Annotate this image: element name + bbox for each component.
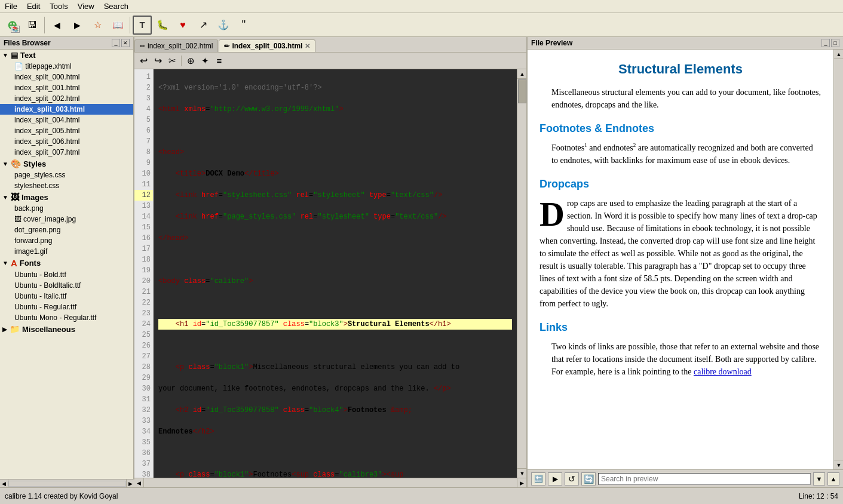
cut-btn[interactable]: ✂ [165,54,179,67]
file-cover-jpg[interactable]: 🖼 cover_image.jpg [0,214,133,225]
preview-minimize-btn[interactable]: _ [821,39,830,47]
hscroll-right-btn[interactable]: ▶ [126,480,134,488]
sidebar-hscroll[interactable]: ◀ ▶ [0,479,134,487]
preview-vscroll-up[interactable]: ▲ [834,50,843,59]
file-back-png[interactable]: back.png [0,203,133,214]
anchor-btn[interactable]: ⚓ [214,16,233,35]
editor-vscroll[interactable]: ▲ ▼ [517,69,526,478]
code-line-1: <?xml version='1.0' encoding='utf-8'?> [158,82,512,93]
file-split002[interactable]: index_split_002.html [0,93,133,104]
text-edit-btn[interactable]: T [133,16,152,35]
dropcap-letter: D [539,201,565,228]
arrow-icon: ↗ [200,19,207,30]
section-header-misc[interactable]: ▶ 📁 Miscellaneous [0,323,133,335]
file-split007[interactable]: index_split_007.html [0,147,133,158]
menubar: File Edit Tools View Search [0,0,843,13]
arrow-btn[interactable]: ↗ [194,16,213,35]
menu-edit[interactable]: Edit [27,2,40,11]
preview-vscroll-track[interactable] [834,59,843,460]
tab-icon-split003: ✏ [224,42,229,50]
file-stylesheet-css[interactable]: stylesheet.css [0,180,133,191]
font-ubuntu-bolditalic[interactable]: Ubuntu - BoldItalic.ttf [0,280,133,291]
code-scroll[interactable]: 1 2 3 4 5 6 7 8 9 10 11 12 13 14 15 16 1 [134,69,517,478]
save-btn[interactable]: 🖫 [23,16,42,35]
section-header-images[interactable]: ▼ 🖼 Images [0,191,133,203]
search-down-btn[interactable]: ▼ [813,472,825,485]
file-page-styles-css[interactable]: page_styles.css [0,170,133,180]
preview-back-btn[interactable]: 🔙 [531,472,545,485]
file-split006[interactable]: index_split_006.html [0,136,133,147]
forward-btn[interactable]: ▶ [68,16,87,35]
font-ubuntu-regular[interactable]: Ubuntu - Regular.ttf [0,302,133,312]
file-image1-gif[interactable]: image1.gif [0,246,133,257]
ln-20: 20 [134,276,153,287]
sidebar-minimize-btn[interactable]: _ [112,39,120,47]
hscroll-left-editor-btn[interactable]: ◀ [134,478,144,488]
view-book-btn[interactable]: 📖 [108,16,127,35]
vscroll-track[interactable] [517,79,526,468]
sidebar-scroll[interactable]: ▼ ▤ Text 📄 titlepage.xhtml index_split_0… [0,50,133,487]
menu-file[interactable]: File [5,2,17,11]
search-up-btn[interactable]: ▲ [827,472,839,485]
heart-btn[interactable]: ♥ [173,16,192,35]
bug-icon: 🐛 [157,19,168,30]
heart-icon: ♥ [180,20,186,30]
editor-hscroll[interactable]: ◀ ▶ [134,478,526,487]
menu-view[interactable]: View [78,2,94,11]
redo-btn[interactable]: ↪ [151,54,164,67]
preview-forward-btn[interactable]: ▶ [548,472,562,485]
preview-vscroll[interactable]: ▲ ▼ [833,50,843,469]
hscroll-track[interactable] [8,481,126,487]
undo-btn[interactable]: ↩ [137,54,150,67]
debug-btn[interactable]: 🐛 [153,16,172,35]
ln-9: 9 [134,158,153,168]
preview-expand-btn[interactable]: □ [831,39,839,47]
menu-tools[interactable]: Tools [50,2,68,11]
font-ubuntu-italic[interactable]: Ubuntu - Italic.ttf [0,291,133,302]
file-split005[interactable]: index_split_005.html [0,125,133,136]
ln-1: 1 [134,72,153,82]
file-split004[interactable]: index_split_004.html [0,115,133,125]
file-split000[interactable]: index_split_000.html [0,72,133,82]
preview-toolbar: 🔙 ▶ ↺ 🔄 ▼ ▲ [528,469,843,487]
smarten-punctuation-btn[interactable]: ✦ [198,54,211,67]
preview-dropcaps-heading: Dropcaps [539,176,821,192]
file-titlepage[interactable]: 📄 titlepage.xhtml [0,61,133,72]
tab-split003[interactable]: ✏ index_split_003.html ✕ [219,39,315,52]
hscroll-editor-track[interactable] [144,480,517,486]
show-structure-btn[interactable]: ≡ [213,54,226,67]
toolbar: ⊕ 📚 🖫 ◀ ▶ ☆ 📖 T 🐛 ♥ ↗ ⚓ " [0,13,843,37]
calibre-link[interactable]: calibre download [694,367,752,376]
code-content[interactable]: <?xml version='1.0' encoding='utf-8'?> <… [154,69,517,478]
vscroll-thumb[interactable] [518,79,526,103]
file-split003[interactable]: index_split_003.html [0,104,133,115]
preview-refresh-btn[interactable]: ↺ [565,472,579,485]
sidebar-close-btn[interactable]: ✕ [121,39,130,47]
preview-search-input[interactable] [598,473,811,485]
font-ubuntu-bold[interactable]: Ubuntu - Bold.ttf [0,269,133,280]
hscroll-left-btn[interactable]: ◀ [0,480,8,488]
file-dot-green[interactable]: dot_green.png [0,225,133,235]
section-header-fonts[interactable]: ▼ A Fonts [0,257,133,269]
quote-btn[interactable]: " [234,16,253,35]
tab-split002[interactable]: ✏ index_split_002.html [134,39,218,52]
new-library-btn[interactable]: ⊕ 📚 [2,16,22,35]
preview-vscroll-down[interactable]: ▼ [834,460,843,469]
menu-search[interactable]: Search [104,2,128,11]
file-forward-png[interactable]: forward.png [0,235,133,246]
preview-reload-btn[interactable]: 🔄 [581,472,596,485]
hscroll-right-editor-btn[interactable]: ▶ [517,478,526,488]
font-ubuntu-mono[interactable]: Ubuntu Mono - Regular.ttf [0,312,133,323]
vscroll-up-btn[interactable]: ▲ [517,69,526,79]
section-header-text[interactable]: ▼ ▤ Text [0,50,133,61]
text-section-icon: ▤ [11,51,18,60]
tab-close-btn[interactable]: ✕ [305,42,310,50]
insert-tag-btn[interactable]: ⊕ [184,54,197,67]
vscroll-down-btn[interactable]: ▼ [517,468,526,478]
back-btn[interactable]: ◀ [47,16,66,35]
file-split001[interactable]: index_split_001.html [0,82,133,93]
bookmark-btn[interactable]: ☆ [88,16,107,35]
section-header-styles[interactable]: ▼ 🎨 Styles [0,158,133,170]
tree-section-misc: ▶ 📁 Miscellaneous [0,323,133,335]
misc-section-icon: 📁 [10,324,20,334]
